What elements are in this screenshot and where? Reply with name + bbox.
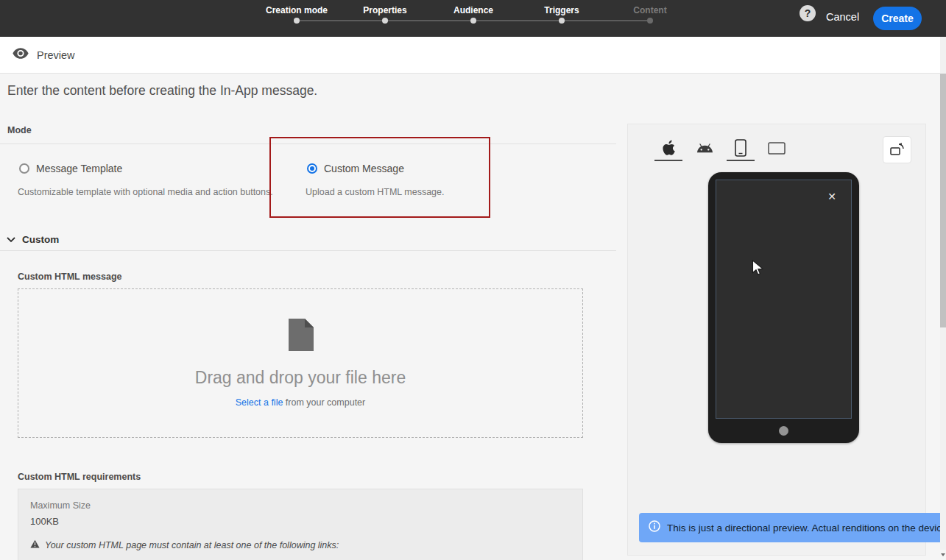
step-dot	[647, 18, 653, 24]
file-icon	[287, 319, 314, 354]
step-properties[interactable]: Properties	[341, 0, 429, 37]
step-dot	[294, 18, 300, 24]
step-audience[interactable]: Audience	[429, 0, 518, 37]
page-title: Enter the content before creating the In…	[7, 83, 317, 99]
radio-message-template[interactable]	[19, 163, 29, 174]
phone-mockup: ✕	[708, 172, 859, 443]
step-dot	[470, 18, 476, 24]
tablet-landscape-icon	[768, 142, 786, 157]
create-button[interactable]: Create	[873, 7, 922, 30]
top-bar: Creation mode Properties Audience Trigge…	[0, 0, 946, 37]
custom-section-heading: Custom	[22, 234, 59, 245]
info-banner: This is just a directional preview. Actu…	[639, 513, 946, 542]
dropzone-title: Drag and drop your file here	[18, 368, 582, 388]
requirements-heading: Custom HTML requirements	[18, 472, 141, 482]
phone-portrait-icon	[735, 139, 746, 160]
in-app-message-editor: Creation mode Properties Audience Trigge…	[0, 0, 946, 560]
step-content[interactable]: Content	[606, 0, 694, 37]
option-label: Message Template	[36, 163, 122, 174]
android-icon	[696, 140, 713, 160]
option-message-template[interactable]: Message Template	[19, 163, 122, 174]
help-icon[interactable]: ?	[799, 5, 816, 21]
select-file-link[interactable]: Select a file	[236, 397, 283, 408]
divider	[0, 143, 616, 144]
option-description: Upload a custom HTML message.	[306, 187, 445, 197]
divider	[0, 250, 616, 251]
device-tab-ios[interactable]	[654, 139, 682, 161]
max-size-label: Maximum Size	[30, 500, 571, 511]
step-label: Audience	[429, 5, 518, 15]
scrollbar-thumb[interactable]	[940, 74, 946, 327]
step-triggers[interactable]: Triggers	[518, 0, 606, 37]
selection-highlight-box	[269, 137, 490, 218]
step-creation-mode[interactable]: Creation mode	[253, 0, 341, 37]
device-tabs	[654, 139, 791, 161]
warning-text: Your custom HTML page must contain at le…	[45, 540, 339, 550]
file-dropzone[interactable]: Drag and drop your file here Select a fi…	[18, 288, 583, 438]
mode-section-heading: Mode	[7, 125, 32, 135]
custom-section-toggle[interactable]: Custom	[7, 233, 59, 246]
preview-label: Preview	[37, 49, 75, 61]
step-label: Triggers	[518, 5, 606, 15]
home-indicator	[779, 426, 788, 436]
max-size-value: 100KB	[30, 516, 571, 527]
requirements-box: Maximum Size 100KB Your custom HTML page…	[18, 489, 583, 560]
requirements-warning: Your custom HTML page must contain at le…	[30, 539, 571, 550]
dropzone-hint-suffix: from your computer	[286, 397, 365, 408]
banner-text: This is just a directional preview. Actu…	[667, 522, 942, 534]
scrollbar-down-arrow[interactable]	[940, 550, 946, 560]
apple-icon	[663, 140, 675, 159]
rotate-device-button[interactable]	[883, 136, 911, 163]
step-label: Content	[606, 5, 694, 15]
rotate-device-icon	[889, 141, 906, 159]
device-tab-tablet-landscape[interactable]	[763, 139, 791, 161]
vertical-scrollbar[interactable]	[940, 37, 946, 560]
cursor-icon	[752, 260, 764, 280]
step-label: Creation mode	[253, 5, 341, 15]
preview-toggle[interactable]: Preview	[0, 37, 946, 74]
phone-screen: ✕	[716, 180, 852, 419]
device-tab-android[interactable]	[691, 139, 719, 161]
eye-icon	[13, 48, 29, 62]
wizard-steps: Creation mode Properties Audience Trigge…	[253, 0, 694, 37]
warning-icon	[30, 539, 40, 550]
radio-custom-message[interactable]	[307, 163, 317, 174]
device-preview-panel: ✕	[627, 124, 926, 556]
close-icon: ✕	[827, 191, 836, 202]
step-label: Properties	[341, 5, 429, 15]
device-tab-phone-portrait[interactable]	[727, 139, 755, 161]
info-icon	[649, 520, 660, 535]
step-dot	[559, 18, 565, 24]
cancel-button[interactable]: Cancel	[826, 11, 859, 23]
option-label: Custom Message	[324, 163, 404, 174]
chevron-down-icon	[7, 233, 15, 246]
dropzone-hint: Select a file from your computer	[18, 397, 582, 408]
step-dot	[382, 18, 388, 24]
option-custom-message[interactable]: Custom Message	[307, 163, 404, 174]
option-description: Customizable template with optional medi…	[18, 187, 273, 197]
custom-html-message-label: Custom HTML message	[18, 272, 121, 282]
